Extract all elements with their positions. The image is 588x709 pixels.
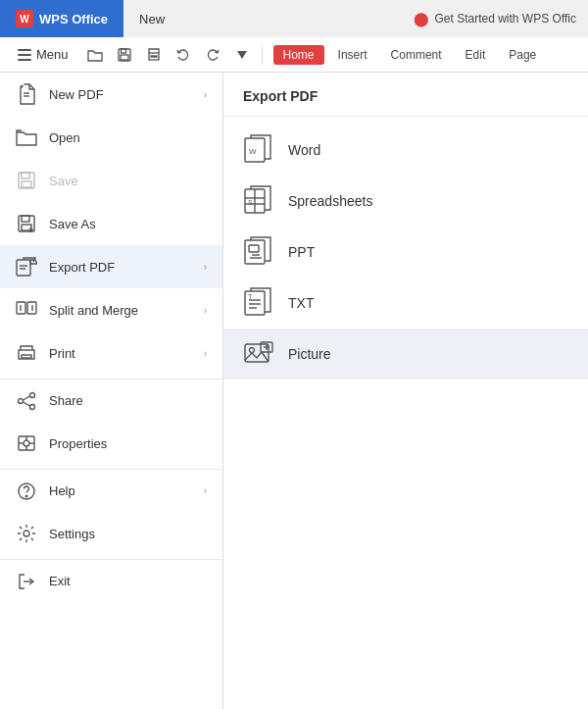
export-item-ppt[interactable]: PPT bbox=[223, 227, 588, 278]
split-merge-label: Split and Merge bbox=[49, 303, 192, 318]
share-label: Share bbox=[49, 393, 207, 408]
export-pdf-icon bbox=[16, 256, 37, 278]
title-bar: W WPS Office New ⬤ Get Started with WPS … bbox=[0, 0, 588, 37]
dropdown-arrow-button[interactable] bbox=[229, 42, 255, 68]
settings-icon bbox=[16, 523, 37, 544]
svg-rect-11 bbox=[22, 173, 29, 178]
svg-text:T: T bbox=[248, 293, 253, 300]
menu-item-export-pdf[interactable]: Export PDF › bbox=[0, 245, 222, 288]
export-pdf-arrow-icon: › bbox=[204, 262, 207, 273]
svg-line-28 bbox=[24, 396, 30, 400]
ppt-icon bbox=[243, 236, 274, 268]
svg-text:W: W bbox=[249, 147, 257, 156]
print-button[interactable] bbox=[141, 42, 167, 68]
edit-tab-label: Edit bbox=[466, 48, 486, 62]
menu-item-open[interactable]: Open bbox=[0, 116, 222, 159]
export-item-txt[interactable]: T TXT bbox=[223, 278, 588, 329]
menu-item-new-pdf[interactable]: ✱ New PDF › bbox=[0, 73, 222, 116]
svg-marker-5 bbox=[237, 51, 247, 59]
menu-item-print[interactable]: Print › bbox=[0, 331, 222, 375]
new-tab-label: New bbox=[139, 12, 165, 26]
left-menu: ✱ New PDF › Open Sa bbox=[0, 73, 223, 709]
svg-rect-14 bbox=[22, 216, 29, 222]
svg-rect-16 bbox=[17, 260, 30, 276]
wps-logo-icon: W bbox=[16, 10, 33, 27]
word-label: Word bbox=[288, 142, 320, 158]
redo-button[interactable] bbox=[200, 42, 225, 68]
help-label: Help bbox=[49, 483, 192, 498]
open-folder-button[interactable] bbox=[82, 42, 108, 68]
wps-office-logo[interactable]: W WPS Office bbox=[0, 0, 123, 37]
save-button[interactable] bbox=[112, 42, 137, 68]
wps-logo-small-icon: ⬤ bbox=[414, 11, 429, 26]
svg-rect-48 bbox=[249, 245, 259, 252]
new-tab[interactable]: New bbox=[123, 0, 180, 37]
svg-point-26 bbox=[19, 398, 24, 403]
print-label: Print bbox=[49, 346, 192, 361]
word-icon: W bbox=[243, 134, 274, 166]
save-icon bbox=[16, 170, 37, 191]
share-icon bbox=[16, 390, 37, 412]
edit-tab-button[interactable]: Edit bbox=[456, 45, 496, 65]
menu-item-help[interactable]: Help › bbox=[0, 469, 222, 512]
svg-point-27 bbox=[30, 404, 35, 409]
home-tab-label: Home bbox=[283, 48, 315, 62]
export-item-word[interactable]: W Word bbox=[223, 125, 588, 176]
comment-tab-label: Comment bbox=[391, 48, 442, 62]
exit-label: Exit bbox=[49, 574, 207, 588]
new-pdf-label: New PDF bbox=[49, 87, 192, 102]
svg-text:S: S bbox=[248, 199, 253, 206]
split-merge-arrow-icon: › bbox=[204, 305, 207, 316]
save-label: Save bbox=[49, 174, 207, 188]
svg-rect-24 bbox=[22, 355, 31, 358]
menu-item-save-as[interactable]: Save As bbox=[0, 202, 222, 245]
exit-icon bbox=[16, 571, 37, 592]
svg-rect-12 bbox=[22, 181, 31, 187]
menu-item-save: Save bbox=[0, 159, 222, 202]
home-tab-button[interactable]: Home bbox=[273, 45, 324, 65]
menu-item-properties[interactable]: Properties bbox=[0, 422, 222, 465]
print-arrow-icon: › bbox=[204, 348, 207, 359]
panel-title: Export PDF bbox=[223, 88, 588, 117]
toolbar: Menu Ho bbox=[0, 37, 588, 73]
menu-button[interactable]: Menu bbox=[8, 43, 78, 66]
settings-label: Settings bbox=[49, 527, 207, 541]
split-merge-icon bbox=[16, 299, 37, 321]
properties-icon bbox=[16, 432, 37, 454]
svg-rect-4 bbox=[151, 56, 157, 57]
svg-line-29 bbox=[24, 402, 30, 406]
svg-rect-1 bbox=[121, 49, 125, 53]
hamburger-icon bbox=[18, 49, 31, 61]
toolbar-separator bbox=[262, 45, 263, 65]
menu-item-exit[interactable]: Exit bbox=[0, 559, 222, 602]
print-icon bbox=[16, 342, 37, 364]
menu-item-settings[interactable]: Settings bbox=[0, 512, 222, 555]
open-icon bbox=[16, 127, 37, 148]
comment-tab-button[interactable]: Comment bbox=[381, 45, 452, 65]
new-pdf-icon: ✱ bbox=[16, 83, 37, 105]
insert-tab-label: Insert bbox=[338, 48, 368, 62]
svg-point-25 bbox=[30, 392, 35, 397]
page-tab-label: Page bbox=[509, 48, 536, 62]
svg-point-31 bbox=[24, 440, 29, 446]
open-label: Open bbox=[49, 130, 207, 145]
page-tab-button[interactable]: Page bbox=[499, 45, 546, 65]
picture-label: Picture bbox=[288, 346, 331, 362]
svg-point-38 bbox=[24, 531, 29, 536]
save-as-icon bbox=[16, 213, 37, 234]
undo-button[interactable] bbox=[171, 42, 196, 68]
menu-item-split-merge[interactable]: Split and Merge › bbox=[0, 288, 222, 331]
properties-label: Properties bbox=[49, 436, 207, 451]
menu-item-share[interactable]: Share bbox=[0, 379, 222, 422]
export-pdf-label: Export PDF bbox=[49, 260, 192, 275]
save-as-label: Save As bbox=[49, 217, 207, 231]
help-icon bbox=[16, 481, 37, 502]
ppt-label: PPT bbox=[288, 244, 315, 260]
insert-tab-button[interactable]: Insert bbox=[328, 45, 377, 65]
spreadsheets-icon: S bbox=[243, 185, 274, 217]
content-area: ✱ New PDF › Open Sa bbox=[0, 73, 588, 709]
menu-label: Menu bbox=[36, 47, 69, 62]
export-item-picture[interactable]: Picture bbox=[223, 329, 588, 380]
txt-icon: T bbox=[243, 287, 274, 319]
export-item-spreadsheets[interactable]: S Spreadsheets bbox=[223, 176, 588, 227]
